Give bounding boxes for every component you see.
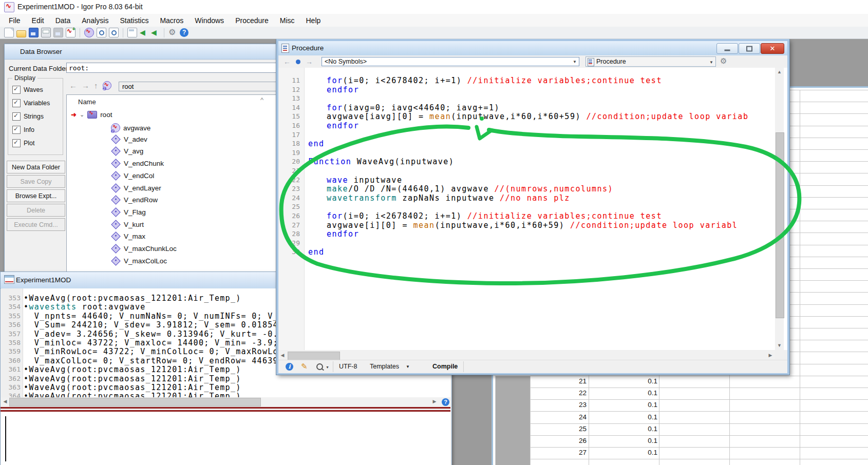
back-arrow-icon[interactable]: ← xyxy=(69,81,77,90)
help-icon[interactable] xyxy=(180,28,188,37)
scroll-left-arrow-icon[interactable]: ◀ xyxy=(1,397,9,406)
gear-icon[interactable]: ⚙ xyxy=(720,56,727,66)
checkbox-plot[interactable]: Plot xyxy=(12,139,35,147)
browse-waves-icon[interactable] xyxy=(84,28,94,37)
tree-item-v_flag[interactable]: V_Flag xyxy=(111,208,146,216)
scrollbar-thumb[interactable] xyxy=(9,398,261,406)
code-vertical-scrollbar[interactable]: ▲ ▼ xyxy=(775,68,784,350)
code-editor[interactable]: 11for(i=0; i<2678402; i+=1) //initialize… xyxy=(278,68,787,350)
nav-back-icon[interactable]: ← xyxy=(284,57,291,66)
table-row[interactable]: 240.1 xyxy=(493,412,868,423)
search-icon[interactable] xyxy=(316,363,323,370)
info-icon[interactable]: i xyxy=(286,363,293,371)
new-graph-icon[interactable] xyxy=(66,28,76,37)
checkbox-box-icon[interactable] xyxy=(12,139,21,147)
new-layout-icon[interactable] xyxy=(127,28,137,37)
value-cell[interactable]: 0.1 xyxy=(592,449,657,456)
checkbox-box-icon[interactable] xyxy=(12,112,21,121)
wave-folder-icon[interactable] xyxy=(103,81,111,90)
encoding-label[interactable]: UTF-8 xyxy=(339,363,357,370)
tree-item-v_endrow[interactable]: V_endRow xyxy=(111,196,158,204)
table-row[interactable]: 270.1 xyxy=(493,447,868,459)
checkbox-box-icon[interactable] xyxy=(12,126,21,134)
scrollbar-thumb[interactable] xyxy=(288,352,340,360)
scrollbar-thumb[interactable] xyxy=(776,132,784,318)
print-icon[interactable] xyxy=(41,28,51,37)
scroll-right-arrow-icon[interactable]: ▶ xyxy=(766,351,775,360)
table-row[interactable]: 250.1 xyxy=(493,423,868,435)
open-file-icon[interactable] xyxy=(16,30,26,37)
value-cell[interactable]: 0.1 xyxy=(592,437,657,444)
retrieve-arrow-alt-icon[interactable] xyxy=(151,28,160,37)
checkbox-box-icon[interactable] xyxy=(12,86,21,94)
checkbox-waves[interactable]: Waves xyxy=(12,86,43,94)
scroll-right-arrow-icon[interactable]: ▶ xyxy=(430,397,439,406)
templates-button[interactable]: Templates xyxy=(370,363,399,370)
sort-indicator-icon[interactable]: ^ xyxy=(260,96,263,104)
table-row[interactable]: 230.1 xyxy=(493,399,868,411)
menu-edit[interactable]: Edit xyxy=(26,15,50,26)
chevron-down-icon[interactable]: ▼ xyxy=(406,364,410,369)
help-icon[interactable]: ? xyxy=(442,398,449,406)
save-copy-icon[interactable] xyxy=(53,28,63,37)
up-arrow-icon[interactable]: ↑ xyxy=(94,81,98,90)
settings-gear-icon[interactable] xyxy=(168,28,177,37)
value-cell[interactable]: 0.1 xyxy=(592,389,657,397)
tree-item-v_maxcolloc[interactable]: V_maxColLoc xyxy=(111,257,167,265)
menu-misc[interactable]: Misc xyxy=(274,15,300,26)
forward-arrow-icon[interactable]: → xyxy=(82,81,89,90)
command-horizontal-scrollbar[interactable]: ◀ ▶ xyxy=(1,397,450,406)
tree-item-v_avg[interactable]: V_avg xyxy=(111,147,143,155)
value-cell[interactable]: 0.1 xyxy=(592,377,657,385)
edit-pencil-icon[interactable]: ✎ xyxy=(301,362,308,371)
position-dot-icon[interactable] xyxy=(296,60,300,64)
tree-item-root[interactable]: ➜⌄root xyxy=(71,111,112,119)
maximize-button[interactable] xyxy=(739,43,760,54)
window-dropdown[interactable]: Procedure ▼ xyxy=(586,56,716,67)
minimize-button[interactable] xyxy=(716,43,738,54)
tree-item-v_adev[interactable]: V_adev xyxy=(111,135,147,143)
checkbox-info[interactable]: Info xyxy=(12,126,34,134)
menu-statistics[interactable]: Statistics xyxy=(114,15,154,26)
tree-item-avgwave[interactable]: avgwave xyxy=(111,123,150,132)
menu-file[interactable]: File xyxy=(3,15,26,26)
menu-macros[interactable]: Macros xyxy=(154,15,189,26)
retrieve-arrow-icon[interactable] xyxy=(140,28,148,37)
checkbox-variables[interactable]: Variables xyxy=(12,99,50,107)
code-horizontal-scrollbar[interactable]: ◀ ▶ xyxy=(278,351,775,360)
nav-forward-icon[interactable]: → xyxy=(306,57,313,66)
chevron-expanded-icon[interactable]: ⌄ xyxy=(80,111,84,118)
value-cell[interactable]: 0.1 xyxy=(592,413,657,421)
menu-data[interactable]: Data xyxy=(50,15,77,26)
scroll-up-arrow-icon[interactable]: ▲ xyxy=(775,68,784,76)
tree-item-v_max[interactable]: V_max xyxy=(111,232,145,240)
browse-expt-button[interactable]: Browse Expt... xyxy=(7,189,65,202)
tree-item-v_kurt[interactable]: V_kurt xyxy=(111,221,144,228)
menu-procedure[interactable]: Procedure xyxy=(230,15,274,26)
tree-item-v_endchunk[interactable]: V_endChunk xyxy=(111,160,164,167)
new-table-icon[interactable] xyxy=(97,28,106,37)
value-cell[interactable]: 0.1 xyxy=(592,425,657,433)
tree-item-v_endlayer[interactable]: V_endLayer xyxy=(111,184,161,192)
symbols-dropdown[interactable]: <No Symbols> ▼ xyxy=(322,57,579,66)
table-row[interactable]: 260.1 xyxy=(493,435,868,447)
procedure-title-bar[interactable]: Procedure ✕ xyxy=(278,41,787,55)
menu-windows[interactable]: Windows xyxy=(189,15,230,26)
menu-analysis[interactable]: Analysis xyxy=(76,15,114,26)
scroll-down-arrow-icon[interactable]: ▼ xyxy=(775,341,784,350)
compile-button[interactable]: Compile xyxy=(432,363,458,370)
table-row[interactable]: 210.1 xyxy=(493,376,868,387)
tree-item-v_maxchunkloc[interactable]: V_maxChunkLoc xyxy=(111,245,177,253)
scroll-left-arrow-icon[interactable]: ◀ xyxy=(278,351,287,360)
chevron-down-icon[interactable]: ▼ xyxy=(326,365,329,369)
command-input-area[interactable] xyxy=(1,412,450,465)
save-icon[interactable] xyxy=(29,28,39,37)
close-button[interactable]: ✕ xyxy=(761,43,784,54)
zoom-doc-icon[interactable] xyxy=(109,28,119,37)
checkbox-strings[interactable]: Strings xyxy=(12,112,44,121)
tree-item-v_endcol[interactable]: V_endCol xyxy=(111,172,154,180)
checkbox-box-icon[interactable] xyxy=(12,99,21,107)
new-data-folder-button[interactable]: New Data Folder xyxy=(7,161,65,173)
new-file-icon[interactable] xyxy=(4,28,14,37)
name-column-header[interactable]: Name xyxy=(78,98,96,106)
